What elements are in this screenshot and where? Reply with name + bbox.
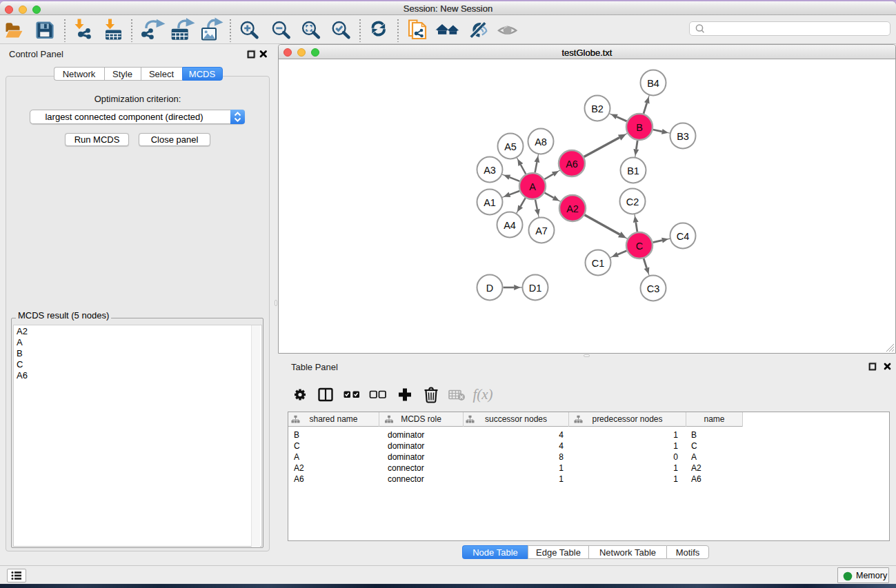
- svg-text:C2: C2: [626, 196, 639, 207]
- svg-text:f(x): f(x): [472, 386, 492, 403]
- svg-text:A7: A7: [535, 225, 548, 236]
- svg-text:C4: C4: [677, 231, 690, 242]
- svg-text:A: A: [529, 181, 536, 192]
- svg-text:D1: D1: [529, 283, 542, 294]
- svg-text:B2: B2: [591, 103, 604, 114]
- svg-text:A2: A2: [566, 203, 579, 214]
- svg-text:A6: A6: [566, 159, 578, 170]
- svg-text:B3: B3: [677, 131, 689, 142]
- svg-text:C1: C1: [592, 258, 605, 269]
- svg-text:D: D: [486, 283, 493, 294]
- svg-text:A3: A3: [484, 165, 496, 176]
- svg-text:B4: B4: [647, 78, 659, 89]
- svg-text:C: C: [636, 241, 643, 252]
- svg-text:A8: A8: [535, 136, 547, 148]
- svg-text:A1: A1: [484, 197, 496, 208]
- svg-text:B: B: [636, 122, 643, 133]
- svg-text:C3: C3: [647, 283, 660, 294]
- svg-text:A5: A5: [504, 141, 517, 152]
- svg-text:B1: B1: [627, 165, 639, 176]
- svg-text:A4: A4: [504, 220, 516, 231]
